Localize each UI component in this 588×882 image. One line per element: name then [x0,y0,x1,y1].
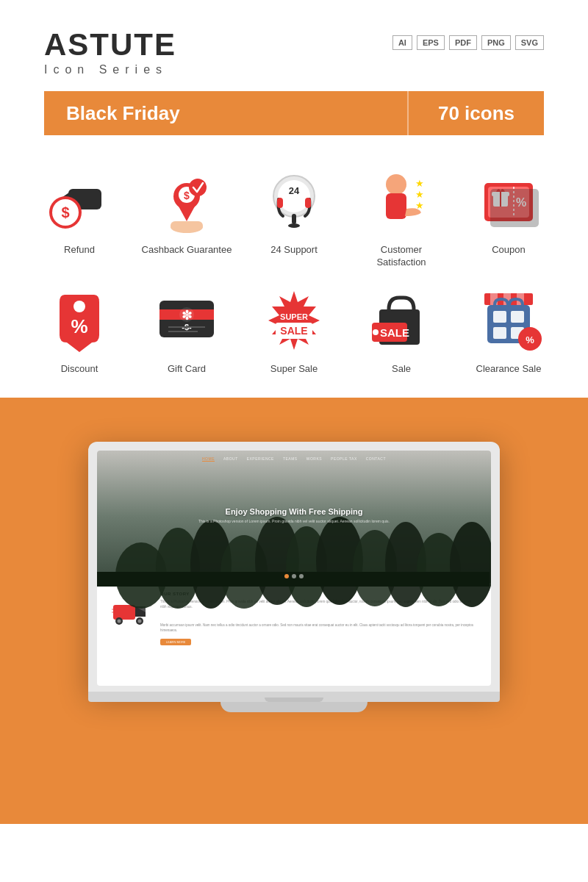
svg-text:24: 24 [289,185,300,196]
svg-point-32 [74,301,85,312]
banner-count: 70 icons [409,102,544,125]
svg-point-78 [138,619,142,623]
nav-works: WORKS [306,456,322,462]
nav-about: ABOUT [223,456,238,462]
nav-experience: EXPERIENCE [247,456,274,462]
icon-coupon: % Coupon [459,165,559,269]
cashback-icon-visual: $ [150,165,223,238]
svg-rect-17 [292,214,296,224]
svg-rect-54 [493,311,506,323]
icons-section: $ Refund $ [0,157,588,398]
coupon-icon-visual: % [472,165,545,238]
svg-text:★: ★ [415,178,424,189]
svg-text:$: $ [61,204,69,220]
refund-icon-visual: $ [43,165,116,238]
coupon-label: Coupon [492,244,526,257]
screen-nav: HOME ABOUT EXPERIENCE TEAMS WORKS PEOPLE… [97,456,491,462]
nav-home: HOME [202,456,215,462]
title-banner: Black Friday 70 icons [44,91,544,135]
giftcard-icon-visual: ✽ -$- [150,284,223,357]
svg-text:SALE: SALE [280,325,307,337]
svg-text:SALE: SALE [380,326,409,339]
format-badges: AI EPS PDF PNG SVG [392,35,544,50]
svg-point-9 [189,179,207,196]
laptop-base [88,692,500,702]
cashback-label: Cashback Guarantee [142,244,232,257]
supersale-label: Super Sale [270,363,318,376]
svg-rect-11 [171,221,203,230]
svg-text:$: $ [184,190,190,201]
svg-text:★: ★ [415,189,424,200]
svg-text:✽: ✽ [182,308,193,323]
sale-icon-visual: SALE [365,284,438,357]
icon-satisfaction: ★ ★ ★ CustomerSatisfaction [351,165,451,269]
support-icon-visual: 24 [257,165,331,238]
icon-supersale: SALE SUPER Super Sale [244,284,344,376]
discount-icon-visual: % [43,284,116,357]
svg-rect-20 [386,193,406,219]
laptop-body: HOME ABOUT EXPERIENCE TEAMS WORKS PEOPLE… [88,442,500,692]
header: ASTUTE Icon Series AI EPS PDF PNG SVG [0,0,588,91]
svg-text:%: % [71,315,87,337]
satisfaction-icon-visual: ★ ★ ★ [365,165,438,238]
svg-point-47 [373,329,379,335]
brand-block: ASTUTE Icon Series [44,29,176,76]
nav-people: PEOPLE TAX [331,456,357,462]
nav-contact: CONTACT [366,456,386,462]
svg-rect-16 [305,198,311,208]
laptop-screen: HOME ABOUT EXPERIENCE TEAMS WORKS PEOPLE… [97,451,491,686]
laptop-mockup: HOME ABOUT EXPERIENCE TEAMS WORKS PEOPLE… [88,442,500,712]
svg-point-19 [386,174,406,195]
format-eps: EPS [417,35,445,50]
clearancesale-icon-visual: % [472,284,545,357]
format-pdf: PDF [449,35,477,50]
svg-point-77 [118,619,121,623]
icon-discount: % Discount [29,284,129,376]
bottom-section: HOME ABOUT EXPERIENCE TEAMS WORKS PEOPLE… [0,398,588,824]
laptop-stand [220,702,368,712]
clearancesale-label: Clearance Sale [476,363,542,376]
svg-rect-72 [113,605,135,620]
svg-marker-6 [178,205,196,221]
supersale-icon-visual: SALE SUPER [257,284,331,357]
format-ai: AI [392,35,412,50]
story-body2: Morbi accumsan ipsum velit. Nam nec tell… [160,623,476,633]
discount-label: Discount [61,363,98,376]
icons-grid: $ Refund $ [29,165,559,376]
svg-point-18 [288,223,300,228]
svg-rect-15 [277,198,283,208]
screen-hero: HOME ABOUT EXPERIENCE TEAMS WORKS PEOPLE… [97,451,491,583]
banner-title: Black Friday [44,102,407,125]
icon-giftcard: ✽ -$- Gift Card [137,284,237,376]
svg-text:%: % [526,334,534,345]
nav-teams: TEAMS [283,456,298,462]
icon-support: 24 24 Support [244,165,344,269]
icon-cashback: $ Cashback Guarantee [137,165,237,269]
hero-text: Enjoy Shopping With Free Shipping [169,507,419,516]
icon-sale: SALE Sale [351,284,451,376]
format-png: PNG [481,35,511,50]
svg-rect-55 [511,311,524,323]
format-svg: SVG [515,35,544,50]
support-label: 24 Support [270,244,318,257]
refund-label: Refund [64,244,95,257]
brand-name: ASTUTE [44,29,176,60]
svg-text:SUPER: SUPER [280,312,308,321]
learn-more-button[interactable]: LEARN MORE [160,639,191,645]
giftcard-label: Gift Card [168,363,206,376]
icon-clearancesale: % Clearance Sale [459,284,559,376]
brand-subtitle: Icon Series [44,63,176,76]
sale-label: Sale [392,363,411,376]
svg-rect-56 [493,327,506,339]
hero-subtext: This is a Photoshop version of Lorem ips… [169,516,419,526]
icon-refund: $ Refund [29,165,129,269]
svg-rect-31 [490,189,539,227]
satisfaction-label: CustomerSatisfaction [376,244,426,269]
